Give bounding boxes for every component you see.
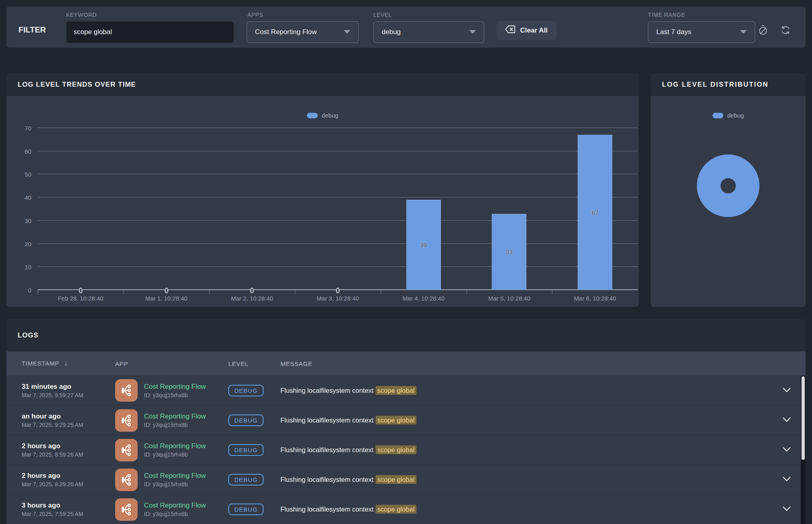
column-header-app: APP [115,360,228,367]
trends-legend[interactable]: debug [6,112,639,119]
refresh-icon [780,24,791,36]
timestamp-cell: an hour ago Mar 7, 2025, 9:29:25 AM [22,412,115,428]
log-trends-panel: LOG LEVEL TRENDS OVER TIME debug 0 10 20… [6,73,639,307]
chevron-down-icon [469,30,476,34]
timestamp-cell: 2 hours ago Mar 7, 2025, 8:29:26 AM [22,472,115,487]
bar-value: 39 [420,242,427,248]
bar-mar-6[interactable]: 67 [578,135,612,290]
flow-app-icon [115,409,138,432]
distribution-panel-title: LOG LEVEL DISTRIBUTION [651,73,806,96]
zero-value-marker [336,288,340,293]
gridline [38,174,638,174]
app-name-link[interactable]: Cost Reporting Flow [144,412,206,420]
app-id: ID: y3qujj15rhx8b [144,511,206,517]
app-name-link[interactable]: Cost Reporting Flow [144,472,206,480]
logs-panel-title: LOGS [6,319,806,351]
time-range-select[interactable]: Last 7 days [648,21,755,43]
timestamp-cell: 2 hours ago Mar 7, 2025, 8:59:26 AM [22,442,115,458]
expand-row-button[interactable] [782,417,791,424]
expand-row-button[interactable] [782,387,791,394]
x-axis-labels: Feb 28, 10:28:40 Mar 1, 10:28:40 Mar 2, … [38,295,638,302]
relative-time: 31 minutes ago [22,383,115,391]
filter-title: FILTER [18,25,46,35]
relative-time: 2 hours ago [22,472,115,480]
timestamp-header-label: TIMESTAMP [22,360,59,367]
column-header-message: MESSAGE [280,360,770,367]
expand-row-button[interactable] [782,506,791,513]
clear-all-label: Clear All [520,26,548,35]
absolute-time: Mar 7, 2025, 9:59:27 AM [22,392,115,398]
app-cell: Cost Reporting Flow ID: y3qujj15rhx8b [115,409,228,432]
log-row[interactable]: 31 minutes ago Mar 7, 2025, 9:59:27 AM C… [6,376,806,405]
log-message: Flushing localfilesystem context scope g… [280,446,770,454]
absolute-time: Mar 7, 2025, 8:59:26 AM [22,451,115,458]
chevron-down-icon [740,30,747,34]
keyword-input[interactable] [66,21,234,43]
flow-app-icon [115,469,138,491]
backspace-icon [505,25,516,35]
y-tick: 50 [24,171,31,178]
chevron-down-icon [344,30,350,34]
app-name-link[interactable]: Cost Reporting Flow [144,383,206,391]
y-tick: 0 [28,287,31,294]
timer-off-icon [757,24,769,36]
zero-value-marker [79,288,82,293]
log-row[interactable]: 3 hours ago Mar 7, 2025, 7:59:25 AM Cost… [6,494,806,524]
timer-off-button[interactable] [755,22,771,38]
gridline [38,151,638,151]
apps-select[interactable]: Cost Reporting Flow [247,21,359,43]
keyword-highlight: scope global [376,505,417,514]
app-cell: Cost Reporting Flow ID: y3qujj15rhx8b [115,498,228,521]
gridline [38,128,638,128]
log-row[interactable]: 2 hours ago Mar 7, 2025, 8:59:26 AM Cost… [6,435,806,465]
log-row[interactable]: an hour ago Mar 7, 2025, 9:29:25 AM Cost… [6,405,806,435]
x-tick: Mar 4, 10:28:40 [381,295,467,302]
keyword-group: KEYWORD [66,12,234,43]
app-id: ID: y3qujj15rhx8b [144,392,206,398]
relative-time: 2 hours ago [22,442,115,450]
keyword-highlight: scope global [376,386,417,395]
zero-value-marker [164,288,168,293]
apps-selected-value: Cost Reporting Flow [255,28,317,36]
clear-all-button[interactable]: Clear All [496,21,556,40]
x-tick: Feb 28, 10:28:40 [38,295,124,302]
absolute-time: Mar 7, 2025, 9:29:25 AM [22,422,115,428]
column-header-timestamp[interactable]: TIMESTAMP ↓ [22,359,115,368]
level-select[interactable]: debug [374,21,484,43]
refresh-button[interactable] [777,22,794,38]
timestamp-cell: 31 minutes ago Mar 7, 2025, 9:59:27 AM [22,383,115,398]
bar-value: 33 [506,248,513,255]
distribution-legend[interactable]: debug [651,112,806,119]
y-tick: 70 [24,125,31,132]
expand-row-button[interactable] [782,447,791,453]
logs-scrollbar-track[interactable] [801,376,806,524]
app-name-link[interactable]: Cost Reporting Flow [144,502,206,510]
keyword-highlight: scope global [376,416,417,424]
bar-mar-5[interactable]: 33 [492,214,526,290]
relative-time: an hour ago [22,412,115,420]
filter-bar: FILTER KEYWORD APPS Cost Reporting Flow … [6,6,806,48]
time-range-group: TIME RANGE Last 7 days [648,12,755,43]
sort-desc-icon: ↓ [64,359,68,367]
app-id: ID: y3qujj15rhx8b [144,422,206,428]
bar-mar-4[interactable]: 39 [406,200,441,290]
donut-chart-debug-slice[interactable] [697,154,759,217]
level-badge: DEBUG [228,444,264,456]
level-group: LEVEL debug [374,12,484,43]
logs-scrollbar-thumb[interactable] [802,376,805,460]
logs-table-header: TIMESTAMP ↓ APP LEVEL MESSAGE [6,351,806,376]
x-tick: Mar 6, 10:28:40 [552,295,638,302]
log-row[interactable]: 2 hours ago Mar 7, 2025, 8:29:26 AM Cost… [6,465,806,494]
log-message: Flushing localfilesystem context scope g… [280,387,770,394]
x-tick: Mar 5, 10:28:40 [467,295,552,302]
app-name-link[interactable]: Cost Reporting Flow [144,442,206,450]
level-badge: DEBUG [228,414,264,426]
level-badge: DEBUG [228,385,264,396]
flow-app-icon [115,379,138,402]
legend-label-debug: debug [727,112,744,119]
gridline [38,197,638,197]
legend-swatch-debug [713,113,723,118]
keyword-label: KEYWORD [66,12,234,18]
log-message: Flushing localfilesystem context scope g… [280,416,770,424]
expand-row-button[interactable] [782,476,791,483]
